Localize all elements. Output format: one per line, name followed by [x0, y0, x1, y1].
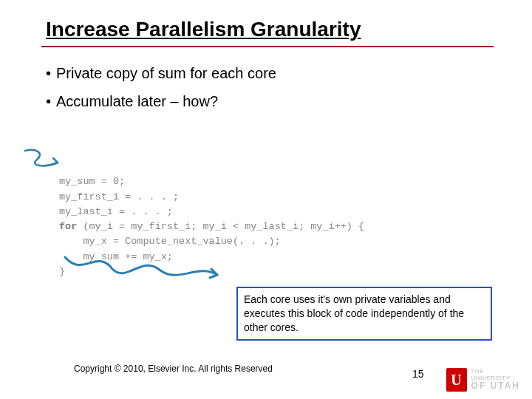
bullet-item: • Accumulate later – how? [46, 87, 276, 115]
code-line: my_first_i = . . . ; [59, 191, 179, 202]
code-line: my_x = Compute_next_value(. . .); [59, 236, 281, 247]
title-underline [41, 46, 494, 47]
code-line: my_last_i = . . . ; [59, 206, 173, 217]
callout-box: Each core uses it's own private variable… [236, 287, 492, 341]
logo-text: THE UNIVERSITY OF UTAH [471, 369, 520, 390]
code-line: my_sum = 0; [59, 176, 125, 187]
bullet-text: Accumulate later – how? [56, 87, 218, 115]
code-block: my_sum = 0; my_first_i = . . . ; my_last… [59, 160, 364, 279]
code-line: for (my_i = my_first_i; my_i < my_last_i… [59, 221, 364, 232]
university-logo: U THE UNIVERSITY OF UTAH [446, 368, 520, 392]
logo-mark-icon: U [446, 368, 467, 392]
code-line: } [59, 266, 65, 277]
bullet-dot-icon: • [46, 59, 56, 87]
bullet-list: • Private copy of sum for each core • Ac… [46, 59, 276, 115]
page-number: 15 [412, 368, 424, 380]
bullet-text: Private copy of sum for each core [56, 59, 276, 87]
bullet-dot-icon: • [46, 87, 56, 115]
bullet-item: • Private copy of sum for each core [46, 59, 276, 87]
code-line: my_sum += my_x; [59, 251, 173, 262]
slide-title: Increase Parallelism Granularity [46, 18, 361, 41]
logo-line: OF UTAH [471, 381, 520, 391]
copyright-text: Copyright © 2010, Elsevier Inc. All righ… [74, 364, 273, 374]
